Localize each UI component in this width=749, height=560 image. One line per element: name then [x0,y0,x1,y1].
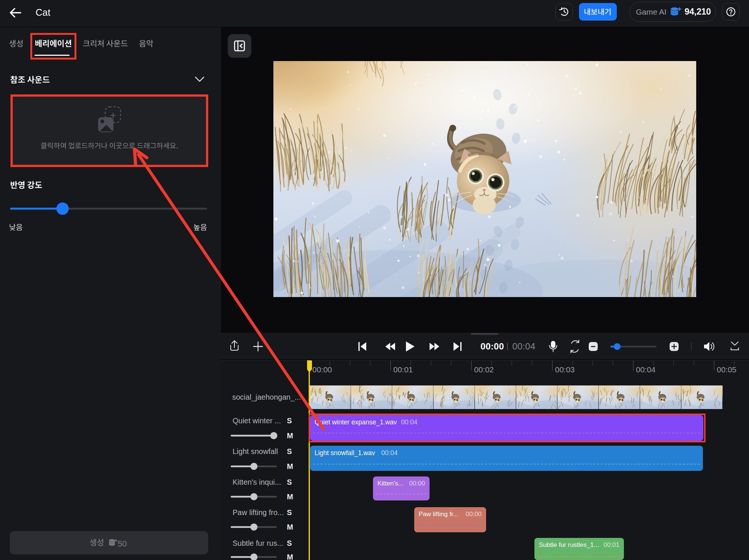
svg-text:S: S [287,417,292,425]
svg-text:00:02: 00:02 [474,365,494,374]
svg-text:Paw lifting fro...: Paw lifting fro... [233,508,284,517]
svg-text:00:01: 00:01 [393,365,413,374]
svg-text:Kitten's inqui...: Kitten's inqui... [233,478,281,486]
svg-text:S: S [287,447,292,455]
svg-text:Light snowfall: Light snowfall [233,447,278,455]
svg-text:Quiet winter ...: Quiet winter ... [233,417,281,425]
svg-text:00:04: 00:04 [512,341,536,351]
svg-text:Subtle fur rus...: Subtle fur rus... [233,539,283,547]
svg-text:M: M [287,553,293,560]
svg-text:M: M [287,462,293,470]
svg-text:S: S [287,478,292,486]
svg-text:S: S [287,539,292,547]
svg-text:00:04: 00:04 [636,365,656,374]
svg-text:00:05: 00:05 [717,365,737,374]
svg-text:00:03: 00:03 [555,365,575,374]
svg-text:M: M [287,432,293,440]
svg-text:M: M [287,493,293,501]
svg-text:S: S [287,508,292,517]
svg-text:00:00: 00:00 [312,365,332,374]
svg-text:M: M [287,523,293,531]
svg-text:social_jaehongan_...: social_jaehongan_... [232,393,301,402]
svg-text:00:00: 00:00 [480,341,504,351]
svg-text:50: 50 [118,539,127,548]
